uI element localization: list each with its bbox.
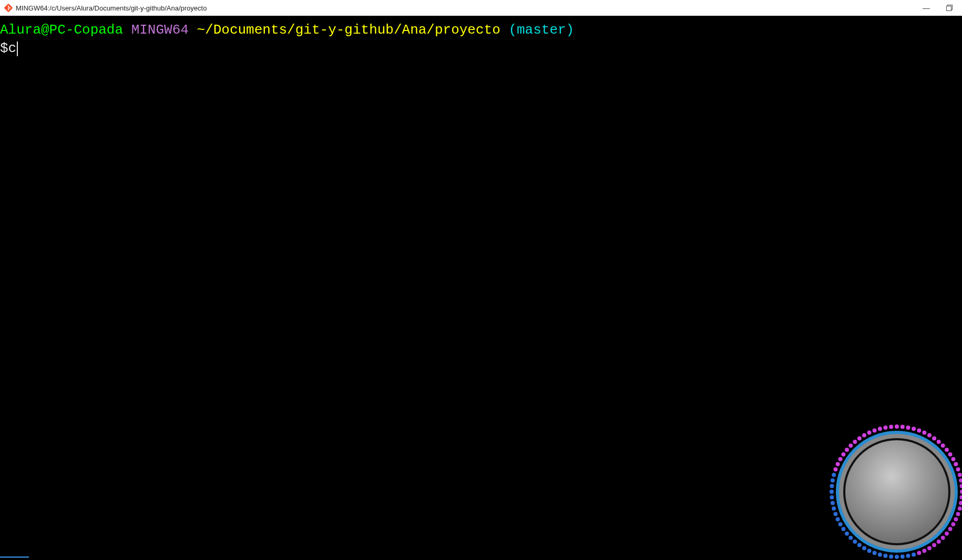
- terminal-area[interactable]: Alura@PC-Copada MINGW64 ~/Documents/git-…: [0, 16, 962, 560]
- prompt-user-host: Alura@PC-Copada: [0, 22, 123, 38]
- command-input-line[interactable]: $ c: [0, 39, 962, 58]
- webcam-overlay: [828, 423, 962, 560]
- taskbar-progress: [0, 556, 962, 558]
- maximize-button[interactable]: [945, 4, 954, 12]
- webcam-inner-ring: [836, 431, 958, 553]
- window-controls: —: [922, 4, 958, 12]
- prompt-line: Alura@PC-Copada MINGW64 ~/Documents/git-…: [0, 21, 962, 39]
- window-titlebar: MINGW64:/c/Users/Alura/Documents/git-y-g…: [0, 0, 962, 16]
- prompt-system: MINGW64: [131, 22, 189, 38]
- window-title: MINGW64:/c/Users/Alura/Documents/git-y-g…: [16, 4, 207, 12]
- prompt-symbol: $: [0, 39, 8, 58]
- svg-rect-7: [947, 6, 951, 11]
- prompt-path: ~/Documents/git-y-github/Ana/proyecto: [197, 22, 500, 38]
- typed-command: c: [8, 39, 17, 58]
- git-bash-icon: [4, 4, 13, 12]
- titlebar-left: MINGW64:/c/Users/Alura/Documents/git-y-g…: [4, 4, 207, 12]
- text-cursor: [17, 42, 18, 56]
- prompt-branch: (master): [508, 22, 574, 38]
- webcam-face-image: [843, 438, 950, 545]
- minimize-button[interactable]: —: [922, 4, 930, 12]
